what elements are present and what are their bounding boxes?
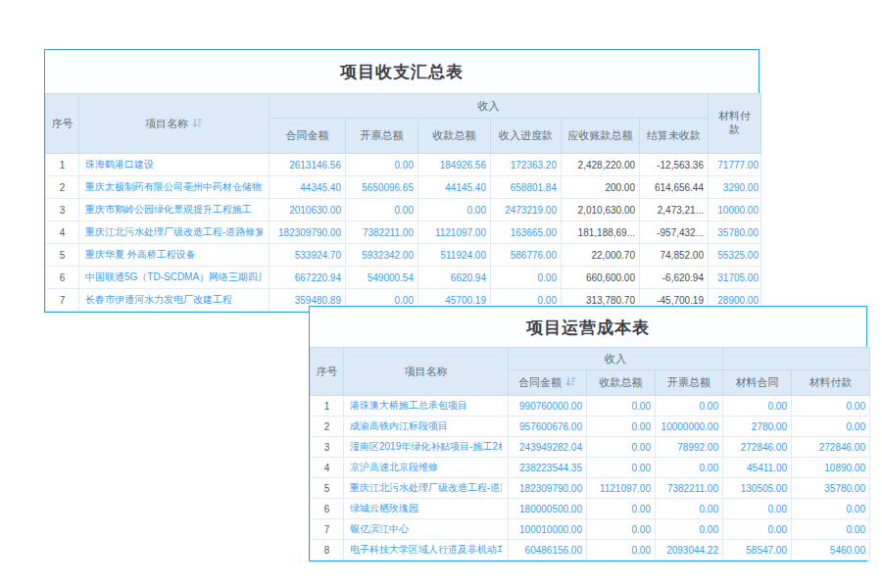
amount-cell: 0.00: [723, 396, 792, 416]
amount-cell: 7382211.00: [346, 221, 418, 244]
amount-cell: 60486156.00: [509, 540, 587, 561]
row-index-cell: 7: [46, 289, 79, 312]
project-name-link[interactable]: 潼南区2019年绿化补贴项目-施工2标段: [350, 440, 502, 454]
amount-cell: 7382211.00: [656, 478, 723, 499]
amount-cell: 44145.40: [418, 176, 491, 199]
project-name-link[interactable]: 重庆华夏 外高桥工程设备: [85, 248, 263, 262]
project-name-cell: 重庆江北污水处理厂级改造工程-道路修复工程: [79, 221, 270, 244]
amount-cell: 272846.00: [792, 437, 870, 458]
sort-icon[interactable]: [565, 376, 576, 387]
amount-cell: 5650096.65: [346, 176, 418, 199]
amount-cell: 3290.00: [709, 176, 761, 199]
amount-cell: -6,620.94: [640, 267, 709, 289]
project-name-link[interactable]: 长春市伊通河水力发电厂改建工程: [85, 293, 263, 307]
table-row: 2重庆太极制药有限公司亳州中药材仓储物流项目44345.405650096.65…: [46, 176, 761, 199]
project-name-link[interactable]: 重庆江北污水处理厂级改造工程-道路修复工程: [85, 225, 263, 239]
column-header-seq: 序号: [46, 94, 79, 154]
amount-cell: 614,656.44: [640, 176, 709, 199]
project-name-cell: 重庆太极制药有限公司亳州中药材仓储物流项目: [79, 176, 270, 199]
amount-cell: 181,188,69...: [562, 221, 640, 244]
row-index-cell: 3: [311, 437, 344, 458]
amount-cell: 2010630.00: [270, 199, 346, 221]
amount-cell: 0.00: [656, 499, 723, 519]
amount-cell: 0.00: [792, 499, 870, 519]
amount-cell: 31705.00: [709, 267, 761, 289]
column-header: 开票总额: [656, 370, 723, 396]
row-index-cell: 6: [311, 499, 344, 519]
row-index-cell: 1: [46, 154, 79, 176]
column-header-material-payment: 材料付款: [709, 94, 761, 154]
project-name-cell: 港珠澳大桥施工总承包项目: [344, 396, 509, 416]
amount-cell: 0.00: [418, 199, 491, 221]
project-name-link[interactable]: 重庆市鹅岭公园绿化景观提升工程施工: [85, 203, 263, 217]
amount-cell: 22,000.70: [562, 244, 640, 267]
project-name-link[interactable]: 重庆太极制药有限公司亳州中药材仓储物流项目: [85, 180, 263, 194]
project-name-link[interactable]: 电子科技大学区域人行道及非机动车道工程: [350, 543, 502, 557]
table-body: 1珠海鹤港口建设2613146.560.00184926.56172363.20…: [46, 154, 761, 312]
table-row: 1港珠澳大桥施工总承包项目990760000.000.000.000.000.0…: [311, 396, 870, 416]
amount-cell: 2093044.22: [656, 540, 723, 561]
amount-cell: 10890.00: [792, 458, 870, 478]
project-name-link[interactable]: 中国联通5G（TD-SCDMA）网络三期四川工程: [85, 270, 263, 284]
amount-cell: 658801.84: [491, 176, 562, 199]
row-index-cell: 7: [311, 519, 344, 540]
table-row: 8电子科技大学区域人行道及非机动车道工程60486156.000.0020930…: [311, 540, 870, 561]
amount-cell: 0.00: [587, 499, 656, 519]
amount-cell: 990760000.00: [509, 396, 587, 416]
project-name-cell: 银亿滨江中心: [344, 519, 509, 540]
amount-cell: 45411.00: [723, 458, 792, 478]
table-row: 6中国联通5G（TD-SCDMA）网络三期四川工程667220.94549000…: [46, 267, 761, 289]
table-header: 序号 项目名称 收入 材料付款 合同金额 开票总额 收款总额 收入进度款 应收账…: [46, 94, 761, 154]
operating-cost-table: 序号 项目名称 收入 合同金额 收款总额 开票总额 材料合同 材料付款 1港珠澳…: [310, 347, 870, 561]
amount-cell: 163665.00: [491, 221, 562, 244]
project-name-cell: 潼南区2019年绿化补贴项目-施工2标段: [344, 437, 509, 458]
amount-cell: 35780.00: [709, 221, 761, 244]
table-row: 4重庆江北污水处理厂级改造工程-道路修复工程182309790.00738221…: [46, 221, 761, 244]
project-name-link[interactable]: 银亿滨江中心: [350, 522, 502, 536]
column-header-label: 材料付款: [717, 110, 752, 137]
column-header: 合同金额: [270, 119, 346, 154]
amount-cell: 957600676.00: [509, 416, 587, 437]
project-name-link[interactable]: 京沪高速北京段维修: [350, 461, 502, 474]
column-header: 收入进度款: [491, 119, 562, 154]
amount-cell: 184926.56: [418, 154, 491, 176]
project-name-cell: 电子科技大学区域人行道及非机动车道工程: [344, 540, 509, 561]
project-name-link[interactable]: 港珠澳大桥施工总承包项目: [350, 399, 502, 413]
row-index-cell: 4: [311, 458, 344, 478]
amount-cell: 6620.94: [418, 267, 491, 289]
table-row: 5重庆江北污水处理厂级改造工程-道路修复工程182309790.00112109…: [311, 478, 870, 499]
amount-cell: 667220.94: [270, 267, 346, 289]
amount-cell: 586776.00: [491, 244, 562, 267]
amount-cell: 2,473,21...: [640, 199, 709, 221]
amount-cell: 55325.00: [709, 244, 761, 267]
amount-cell: 172363.20: [491, 154, 562, 176]
project-name-link[interactable]: 成渝高铁内江标段项目: [350, 419, 502, 433]
amount-cell: 0.00: [792, 396, 870, 416]
row-index-cell: 1: [311, 396, 344, 416]
amount-cell: 5460.00: [792, 540, 870, 561]
column-header-contract-amount[interactable]: 合同金额: [509, 370, 587, 396]
column-header-seq: 序号: [311, 348, 344, 396]
amount-cell: 0.00: [792, 519, 870, 540]
project-name-cell: 重庆市鹅岭公园绿化景观提升工程施工: [79, 199, 270, 221]
sort-icon[interactable]: [192, 118, 203, 128]
column-header-project-name[interactable]: 项目名称: [79, 94, 270, 154]
amount-cell: 0.00: [723, 519, 792, 540]
project-name-link[interactable]: 重庆江北污水处理厂级改造工程-道路修复工程: [350, 481, 502, 495]
table-row: 3潼南区2019年绿化补贴项目-施工2标段243949282.040.00789…: [311, 437, 870, 458]
table-row: 4京沪高速北京段维修238223544.350.000.0045411.0010…: [311, 458, 870, 478]
amount-cell: 71777.00: [709, 154, 761, 176]
amount-cell: 2780.00: [723, 416, 792, 437]
amount-cell: 5932342.00: [346, 244, 418, 267]
amount-cell: 0.00: [656, 396, 723, 416]
amount-cell: 0.00: [491, 267, 562, 289]
amount-cell: 0.00: [723, 499, 792, 519]
project-name-link[interactable]: 绿城云栖玫瑰园: [350, 502, 502, 515]
amount-cell: 2,428,220.00: [562, 154, 640, 176]
project-name-link[interactable]: 珠海鹤港口建设: [85, 158, 263, 172]
amount-cell: 660,600.00: [562, 267, 640, 289]
column-header-label: 合同金额: [518, 376, 562, 388]
amount-cell: 2,010,630.00: [562, 199, 640, 221]
table-title: 项目收支汇总表: [45, 50, 759, 93]
amount-cell: 10000000.00: [656, 416, 723, 437]
